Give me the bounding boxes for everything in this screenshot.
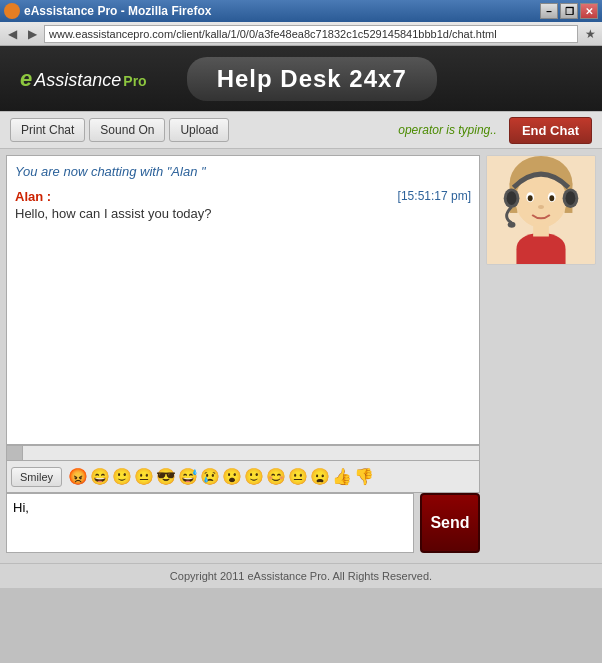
- emoji-blush[interactable]: 😊: [266, 469, 286, 485]
- chat-panel: You are now chatting with "Alan " [15:51…: [6, 155, 480, 557]
- close-button[interactable]: ✕: [580, 3, 598, 19]
- emoji-smile[interactable]: 🙂: [112, 469, 132, 485]
- emoji-neutral[interactable]: 😐: [134, 469, 154, 485]
- svg-point-11: [507, 191, 517, 205]
- emoji-surprised[interactable]: 😮: [222, 469, 242, 485]
- footer-text: Copyright 2011 eAssistance Pro. All Righ…: [170, 570, 432, 582]
- url-input[interactable]: [44, 25, 578, 43]
- end-chat-button[interactable]: End Chat: [509, 117, 592, 144]
- forward-button[interactable]: ▶: [24, 26, 40, 42]
- emoji-meh[interactable]: 😐: [288, 469, 308, 485]
- upload-button[interactable]: Upload: [169, 118, 229, 142]
- sound-on-button[interactable]: Sound On: [89, 118, 165, 142]
- firefox-icon: [4, 3, 20, 19]
- agent-photo: [486, 155, 596, 265]
- main-area: You are now chatting with "Alan " [15:51…: [0, 149, 602, 563]
- footer: Copyright 2011 eAssistance Pro. All Righ…: [0, 563, 602, 588]
- svg-point-14: [508, 222, 516, 228]
- emoji-smile2[interactable]: 🙂: [244, 469, 264, 485]
- emoji-thumbsdown[interactable]: 👎: [354, 469, 374, 485]
- logo-pro: Pro: [123, 73, 146, 89]
- emoji-sad[interactable]: 😢: [200, 469, 220, 485]
- refresh-button[interactable]: ★: [582, 26, 598, 42]
- svg-point-13: [566, 191, 576, 205]
- svg-point-8: [549, 195, 554, 201]
- logo-text: Assistance: [34, 70, 121, 91]
- horizontal-scrollbar[interactable]: [6, 445, 480, 461]
- emoji-angry[interactable]: 😡: [68, 469, 88, 485]
- window-titlebar: eAssistance Pro - Mozilla Firefox – ❒ ✕: [0, 0, 602, 22]
- chat-messages[interactable]: You are now chatting with "Alan " [15:51…: [6, 155, 480, 445]
- message-time: [15:51:17 pm]: [398, 189, 471, 203]
- table-row: [15:51:17 pm] Alan : Hello, how can I as…: [15, 189, 471, 221]
- print-chat-button[interactable]: Print Chat: [10, 118, 85, 142]
- logo: e Assistance Pro: [20, 66, 147, 92]
- emoji-thumbsup[interactable]: 👍: [332, 469, 352, 485]
- send-button[interactable]: Send: [420, 493, 480, 553]
- chat-input[interactable]: Hi,: [6, 493, 414, 553]
- app-header: e Assistance Pro Help Desk 24x7: [0, 46, 602, 111]
- chat-welcome: You are now chatting with "Alan ": [15, 164, 471, 179]
- message-text: Hello, how can I assist you today?: [15, 206, 471, 221]
- address-bar: ◀ ▶ ★: [0, 22, 602, 46]
- minimize-button[interactable]: –: [540, 3, 558, 19]
- operator-status: operator is typing..: [398, 123, 497, 137]
- emoji-bar: Smiley 😡 😄 🙂 😐 😎 😅 😢 😮 🙂 😊 😐 😦 👍 👎: [6, 461, 480, 493]
- toolbar: Print Chat Sound On Upload operator is t…: [0, 111, 602, 149]
- window-controls[interactable]: – ❒ ✕: [540, 3, 598, 19]
- emoji-cool[interactable]: 😎: [156, 469, 176, 485]
- window-title-group: eAssistance Pro - Mozilla Firefox: [4, 3, 211, 19]
- logo-e: e: [20, 66, 32, 92]
- svg-rect-15: [533, 223, 549, 237]
- emoji-happy[interactable]: 😄: [90, 469, 110, 485]
- input-area: Hi, Send: [6, 493, 480, 557]
- agent-avatar-svg: [487, 155, 595, 265]
- emoji-sweat[interactable]: 😅: [178, 469, 198, 485]
- window-title-text: eAssistance Pro - Mozilla Firefox: [24, 4, 211, 18]
- header-tagline: Help Desk 24x7: [187, 57, 437, 101]
- emoji-worried[interactable]: 😦: [310, 469, 330, 485]
- svg-point-9: [538, 205, 544, 209]
- svg-point-7: [528, 195, 533, 201]
- back-button[interactable]: ◀: [4, 26, 20, 42]
- restore-button[interactable]: ❒: [560, 3, 578, 19]
- smiley-button[interactable]: Smiley: [11, 467, 62, 487]
- message-sender: Alan :: [15, 189, 51, 204]
